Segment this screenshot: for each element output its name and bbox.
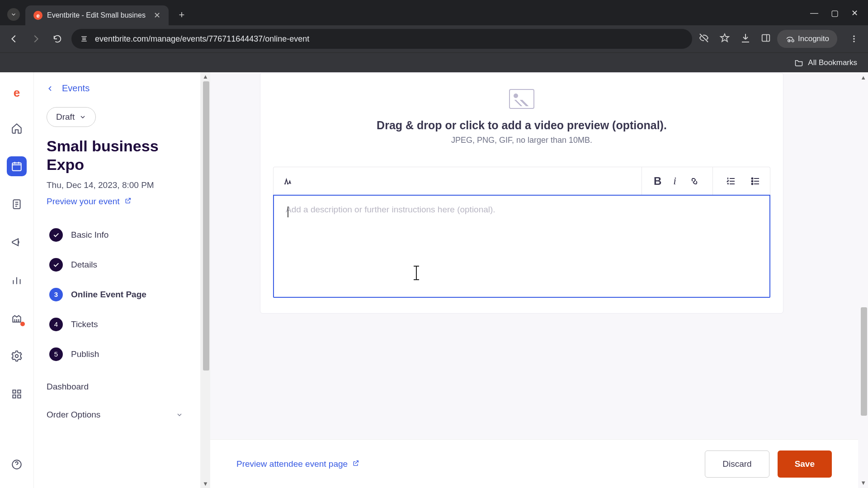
scroll-down-icon[interactable]: ▼ — [203, 480, 208, 487]
window-maximize-icon[interactable]: ▢ — [831, 8, 839, 18]
scroll-down-icon[interactable]: ▼ — [860, 479, 866, 486]
online-event-card: Drag & drop or click to add a video prev… — [260, 72, 783, 314]
nav-settings-icon[interactable] — [7, 346, 27, 366]
window-minimize-icon[interactable]: ― — [810, 8, 818, 18]
svg-rect-18 — [18, 390, 20, 393]
save-button[interactable]: Save — [778, 450, 832, 478]
incognito-indicator[interactable]: Incognito — [777, 30, 837, 48]
step-label: Basic Info — [71, 230, 108, 240]
nav-finance-icon[interactable] — [7, 308, 27, 328]
nav-orders-icon[interactable] — [7, 194, 27, 214]
page-footer: Preview attendee event page Discard Save — [210, 439, 858, 488]
preview-event-link[interactable]: Preview your event — [47, 197, 197, 206]
link-label: Order Options — [47, 410, 100, 420]
nav-reload-button[interactable] — [50, 31, 65, 47]
text-caret — [288, 206, 288, 217]
nav-events-icon[interactable] — [7, 156, 27, 176]
svg-point-16 — [15, 355, 19, 358]
bookmark-star-icon[interactable] — [719, 33, 730, 46]
tab-search-button[interactable] — [7, 8, 20, 21]
ordered-list-button[interactable] — [725, 175, 737, 188]
svg-point-24 — [752, 183, 753, 184]
chevron-down-icon — [79, 113, 86, 121]
scroll-up-icon[interactable]: ▲ — [203, 73, 208, 80]
editor-placeholder: Add a description or further instruction… — [286, 205, 495, 214]
bold-button[interactable]: B — [654, 175, 661, 188]
nav-reports-icon[interactable] — [7, 270, 27, 290]
step-done-icon — [49, 228, 63, 242]
step-tickets[interactable]: 4 Tickets — [47, 310, 197, 339]
app-nav-rail: e — [0, 72, 34, 488]
url-text: eventbrite.com/manage/events/77671164443… — [95, 34, 309, 44]
nav-forward-button[interactable] — [28, 31, 43, 47]
new-tab-button[interactable]: + — [174, 7, 189, 23]
link-label: Dashboard — [47, 382, 89, 392]
sidepanel-icon[interactable] — [761, 33, 771, 45]
dropzone-subtitle: JPEG, PNG, GIF, no larger than 10MB. — [278, 136, 765, 145]
folder-icon — [794, 58, 803, 67]
video-preview-dropzone[interactable]: Drag & drop or click to add a video prev… — [260, 73, 783, 156]
step-label: Tickets — [71, 319, 98, 329]
svg-point-4 — [853, 41, 854, 42]
nav-home-icon[interactable] — [7, 118, 27, 138]
sidebar-order-options-link[interactable]: Order Options — [47, 410, 197, 420]
incognito-label: Incognito — [798, 34, 829, 43]
site-settings-icon[interactable] — [80, 34, 89, 43]
event-sidebar: Events Draft Small business Expo Thu, De… — [34, 72, 210, 488]
discard-button[interactable]: Discard — [705, 450, 769, 478]
window-close-icon[interactable]: ✕ — [851, 8, 858, 18]
step-done-icon — [49, 258, 63, 272]
svg-point-22 — [752, 178, 753, 179]
nav-help-icon[interactable] — [7, 455, 27, 474]
rich-text-toolbar: B i — [273, 167, 770, 195]
browser-toolbar: eventbrite.com/manage/events/77671164443… — [0, 25, 868, 52]
step-label: Publish — [71, 349, 99, 359]
downloads-icon[interactable] — [740, 33, 751, 46]
svg-rect-17 — [13, 390, 15, 393]
sidebar-dashboard-link[interactable]: Dashboard — [47, 382, 197, 392]
link-button[interactable] — [688, 175, 701, 188]
text-size-icon[interactable] — [282, 175, 294, 188]
svg-rect-19 — [13, 395, 15, 398]
unordered-list-button[interactable] — [749, 175, 762, 188]
browser-menu-button[interactable] — [846, 31, 862, 47]
svg-point-3 — [853, 38, 854, 39]
italic-button[interactable]: i — [673, 175, 676, 187]
eye-off-icon[interactable] — [698, 33, 709, 46]
tab-title: Eventbrite - Edit Small busines — [47, 11, 146, 19]
preview-label: Preview attendee event page — [236, 459, 348, 469]
event-status-dropdown[interactable]: Draft — [47, 107, 96, 127]
image-placeholder-icon — [509, 89, 534, 109]
description-editor[interactable]: Add a description or further instruction… — [273, 195, 770, 298]
sidebar-scrollbar-thumb[interactable] — [203, 81, 209, 371]
step-online-event-page[interactable]: 3 Online Event Page — [47, 280, 197, 310]
all-bookmarks-link[interactable]: All Bookmarks — [808, 58, 857, 67]
external-link-icon — [124, 197, 132, 206]
mouse-text-cursor — [416, 267, 417, 279]
step-number-badge: 4 — [49, 318, 63, 331]
event-title: Small business Expo — [47, 137, 197, 174]
step-number-badge: 5 — [49, 347, 63, 361]
eventbrite-logo[interactable]: e — [9, 85, 24, 100]
main-content-area: Drag & drop or click to add a video prev… — [210, 72, 868, 488]
tab-close-icon[interactable]: ✕ — [154, 10, 160, 20]
browser-tab-active[interactable]: e Eventbrite - Edit Small busines ✕ — [25, 5, 169, 25]
main-scrollbar-thumb[interactable] — [861, 307, 867, 416]
step-details[interactable]: Details — [47, 250, 197, 280]
bookmarks-bar: All Bookmarks — [0, 52, 868, 72]
back-to-events-link[interactable]: Events — [47, 83, 197, 94]
svg-rect-5 — [12, 163, 21, 170]
preview-attendee-link[interactable]: Preview attendee event page — [236, 459, 359, 469]
status-label: Draft — [56, 112, 75, 122]
preview-label: Preview your event — [47, 197, 120, 206]
nav-apps-icon[interactable] — [7, 384, 27, 404]
chevron-down-icon — [176, 411, 183, 418]
event-datetime: Thu, Dec 14, 2023, 8:00 PM — [47, 180, 197, 190]
step-publish[interactable]: 5 Publish — [47, 339, 197, 369]
nav-back-button[interactable] — [6, 31, 22, 47]
nav-marketing-icon[interactable] — [7, 232, 27, 252]
scroll-up-icon[interactable]: ▲ — [860, 74, 866, 81]
dropzone-title: Drag & drop or click to add a video prev… — [278, 119, 765, 132]
address-bar[interactable]: eventbrite.com/manage/events/77671164443… — [71, 29, 692, 49]
step-basic-info[interactable]: Basic Info — [47, 220, 197, 250]
